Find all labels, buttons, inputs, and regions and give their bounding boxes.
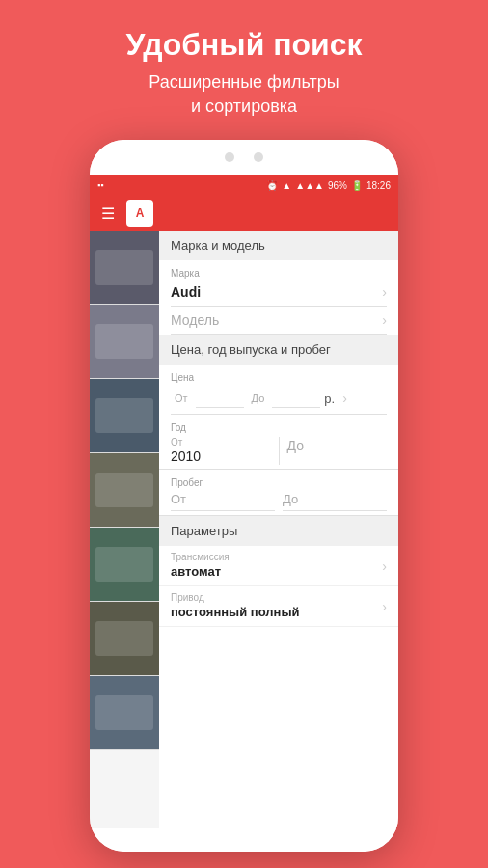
- mileage-from-col: От: [171, 492, 275, 511]
- price-from-label: От: [175, 393, 188, 404]
- year-from-col: От 2010: [171, 433, 271, 469]
- phone-speaker-right: [254, 152, 263, 162]
- signal-icon: ▲▲▲: [295, 180, 324, 191]
- model-row[interactable]: Модель ›: [171, 307, 387, 335]
- thumb-car-4: [95, 473, 153, 507]
- phone-top: [90, 140, 398, 175]
- year-section: Год От 2010 До: [159, 422, 398, 470]
- drive-info: Привод постоянный полный: [171, 592, 300, 620]
- section-price-year: Цена, год выпуска и пробег: [159, 335, 398, 365]
- price-to-input[interactable]: [272, 389, 320, 408]
- price-currency: р.: [324, 392, 335, 406]
- thumb-car-5: [95, 547, 153, 582]
- price-from-input[interactable]: [196, 389, 244, 408]
- brand-label: Марка: [171, 268, 387, 279]
- price-chevron-icon: ›: [342, 391, 347, 406]
- drive-row[interactable]: Привод постоянный полный ›: [159, 586, 398, 627]
- year-col-divider: [279, 437, 280, 465]
- app-logo: A: [126, 200, 153, 227]
- time-display: 18:26: [366, 180, 391, 191]
- thumb-6[interactable]: [90, 602, 159, 676]
- drive-value: постоянный полный: [171, 605, 300, 619]
- transmission-row[interactable]: Трансмиссия автомат ›: [159, 546, 398, 586]
- year-field-group: Год: [159, 422, 398, 433]
- thumb-4[interactable]: [90, 453, 159, 528]
- transmission-info: Трансмиссия автомат: [171, 552, 230, 580]
- transmission-label: Трансмиссия: [171, 552, 230, 562]
- brand-row[interactable]: Audi ›: [171, 279, 387, 307]
- mileage-to-value: До: [283, 492, 387, 511]
- price-to-label: До: [252, 393, 265, 404]
- status-right: ⏰ ▲ ▲▲▲ 96% 🔋 18:26: [266, 180, 391, 191]
- notification-icon: ▪▪: [97, 180, 103, 190]
- thumb-car-2: [95, 324, 153, 359]
- brand-value: Audi: [171, 285, 201, 300]
- section-params: Параметры: [159, 516, 398, 546]
- header-subtitle: Расширенные фильтры и сортировка: [125, 70, 362, 119]
- phone-speaker-left: [225, 152, 234, 162]
- price-row: От До р. ›: [171, 383, 387, 415]
- drive-label: Привод: [171, 592, 300, 603]
- header-section: Удобный поиск Расширенные фильтры и сорт…: [106, 0, 381, 136]
- thumb-3[interactable]: [90, 379, 159, 453]
- thumb-car-3: [95, 398, 153, 433]
- mileage-from-value: От: [171, 492, 275, 511]
- thumb-1[interactable]: [90, 231, 159, 305]
- car-thumbnails: [90, 231, 159, 828]
- year-to-col: До: [287, 433, 388, 469]
- model-field-group: Модель ›: [159, 307, 398, 335]
- mileage-label: Пробег: [171, 477, 387, 488]
- price-label: Цена: [171, 372, 387, 383]
- year-from-label: От: [171, 437, 271, 448]
- phone-bottom: [90, 828, 398, 852]
- header-title: Удобный поиск: [125, 27, 362, 63]
- phone-content: Марка и модель Марка Audi › Модель › Цен…: [90, 231, 398, 828]
- transmission-value: автомат: [171, 564, 221, 579]
- thumb-car-7: [95, 695, 153, 730]
- mileage-row: От До: [159, 488, 398, 516]
- thumb-5[interactable]: [90, 528, 159, 602]
- price-field-group: Цена От До р. ›: [159, 372, 398, 415]
- status-left: ▪▪: [97, 180, 103, 190]
- model-chevron-icon: ›: [382, 312, 387, 328]
- alarm-icon: ⏰: [266, 180, 278, 191]
- search-form-panel: Марка и модель Марка Audi › Модель › Цен…: [159, 231, 398, 828]
- thumb-car-6: [95, 621, 153, 656]
- model-placeholder: Модель: [171, 312, 219, 328]
- app-bar: ☰ A: [90, 196, 398, 231]
- mileage-to-col: До: [283, 492, 387, 511]
- year-from-value: 2010: [171, 448, 201, 464]
- battery-icon: 🔋: [351, 180, 363, 191]
- phone-frame: ▪▪ ⏰ ▲ ▲▲▲ 96% 🔋 18:26 ☰ A: [90, 140, 398, 852]
- battery-percent: 96%: [328, 180, 347, 191]
- hamburger-icon[interactable]: ☰: [101, 204, 115, 223]
- thumb-7[interactable]: [90, 676, 159, 750]
- year-row: От 2010 До: [159, 433, 398, 470]
- year-to-placeholder: До: [287, 438, 304, 453]
- status-bar: ▪▪ ⏰ ▲ ▲▲▲ 96% 🔋 18:26: [90, 175, 398, 196]
- brand-field-group: Марка Audi ›: [159, 268, 398, 307]
- brand-chevron-icon: ›: [382, 285, 387, 300]
- year-label: Год: [171, 422, 387, 433]
- wifi-icon: ▲: [282, 180, 291, 191]
- drive-chevron-icon: ›: [382, 599, 387, 614]
- section-brand-model: Марка и модель: [159, 231, 398, 260]
- thumb-2[interactable]: [90, 305, 159, 379]
- mileage-field-group: Пробег: [159, 477, 398, 488]
- transmission-chevron-icon: ›: [382, 558, 387, 574]
- logo-text: A: [136, 206, 145, 220]
- thumb-car-1: [95, 250, 153, 285]
